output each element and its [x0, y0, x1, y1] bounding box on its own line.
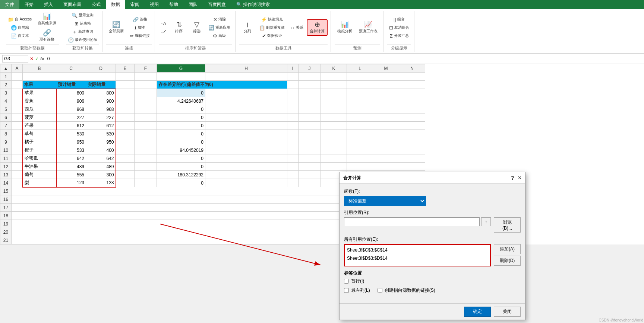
dialog-delete-btn[interactable]: 删除(D) [494, 256, 521, 266]
cell-A5[interactable] [12, 105, 23, 113]
cell-G12[interactable]: 0 [157, 163, 205, 171]
btn-ungroup[interactable]: ⊡ 取消组合 [387, 24, 411, 31]
btn-sort[interactable]: ⇅ 排序 [171, 20, 187, 35]
cell-I4[interactable] [287, 97, 299, 105]
cell-K5[interactable] [321, 105, 347, 113]
cell-B11[interactable]: 哈密瓜 [23, 154, 56, 163]
cell-I9[interactable] [287, 138, 299, 146]
ref-collapse-btn[interactable]: ↑ [481, 217, 491, 226]
tab-view[interactable]: 视图 [145, 0, 164, 9]
dialog-close-footer-btn[interactable]: 关闭 [494, 307, 521, 317]
cell-A9[interactable] [12, 138, 23, 146]
cell-K6[interactable] [321, 113, 347, 122]
btn-group[interactable]: [] 组合 [387, 16, 411, 23]
cell-A8[interactable] [12, 130, 23, 138]
col-header-G[interactable]: G [157, 64, 205, 73]
btn-scenario[interactable]: 📊 模拟分析 [335, 20, 355, 35]
btn-sort-asc[interactable]: ↑A [159, 20, 169, 27]
cell-D1[interactable] [86, 73, 116, 81]
cell-F2[interactable] [135, 81, 157, 89]
confirm-icon[interactable]: ✓ [35, 56, 39, 61]
cell-J13[interactable] [299, 171, 321, 179]
btn-recent-source[interactable]: 🕐 最近使用的源 [66, 36, 99, 44]
cell-G4[interactable]: 4.242640687 [157, 97, 205, 105]
cell-G2[interactable]: 存在差异的行(偏差值不为0) [157, 81, 287, 89]
cell-M9[interactable] [373, 138, 399, 146]
cell-H11[interactable] [205, 154, 287, 163]
cell-G11[interactable]: 0 [157, 154, 205, 163]
cell-F7[interactable] [135, 122, 157, 130]
cell-D14[interactable]: 123 [86, 179, 116, 187]
cell-E9[interactable] [116, 138, 135, 146]
cell-G8[interactable]: 0 [157, 130, 205, 138]
cell-E2[interactable] [116, 81, 135, 89]
cell-A3[interactable] [12, 89, 23, 97]
cell-C9[interactable]: 950 [56, 138, 86, 146]
allref-item-2[interactable]: Sheet3!$D$3:$D$14 [347, 255, 488, 263]
cell-J10[interactable] [299, 146, 321, 154]
cell-H13[interactable] [205, 171, 287, 179]
cell-I8[interactable] [287, 130, 299, 138]
cell-G6[interactable]: 0 [157, 113, 205, 122]
cell-L4[interactable] [347, 97, 373, 105]
cell-J3[interactable] [299, 89, 321, 97]
cell-F5[interactable] [135, 105, 157, 113]
cell-J12[interactable] [299, 163, 321, 171]
btn-show-query[interactable]: 🔍 显示查询 [66, 12, 99, 19]
cell-G3[interactable]: 0 [157, 89, 205, 97]
cell-J4[interactable] [299, 97, 321, 105]
cell-K8[interactable] [321, 130, 347, 138]
cell-D11[interactable]: 642 [86, 154, 116, 163]
btn-other-sources[interactable]: 📊 自其他来源 [35, 12, 59, 27]
btn-clear[interactable]: ✕ 清除 [206, 16, 232, 23]
btn-existing-conn[interactable]: 🔗 现有连接 [35, 28, 59, 44]
cell-I12[interactable] [287, 163, 299, 171]
tab-insert[interactable]: 插入 [39, 0, 58, 9]
cell-L6[interactable] [347, 113, 373, 122]
tab-home[interactable]: 开始 [19, 0, 39, 9]
dialog-browse-btn[interactable]: 浏览(B)... [494, 217, 521, 233]
cell-B10[interactable]: 橙子 [23, 146, 56, 154]
col-header-A[interactable]: A [12, 64, 23, 73]
cell-D6[interactable]: 227 [86, 113, 116, 122]
cell-H8[interactable] [205, 130, 287, 138]
btn-relations[interactable]: ↔ 关系 [288, 24, 305, 31]
cell-K7[interactable] [321, 122, 347, 130]
cell-F10[interactable] [135, 146, 157, 154]
cell-M2[interactable] [373, 81, 399, 89]
cell-C3[interactable]: 800 [56, 89, 86, 97]
cell-A11[interactable] [12, 154, 23, 163]
btn-refresh-all[interactable]: 🔄 全部刷新 [106, 20, 126, 35]
cell-A13[interactable] [12, 171, 23, 179]
btn-access[interactable]: 📁 自 Access [6, 16, 34, 23]
btn-dedup[interactable]: 📋 删除重复值 [257, 24, 287, 31]
col-header-C[interactable]: C [56, 64, 86, 73]
cell-F8[interactable] [135, 130, 157, 138]
cell-I11[interactable] [287, 154, 299, 163]
cell-M3[interactable] [373, 89, 399, 97]
allref-item-1[interactable]: Sheet3!$C$3:$C$14 [347, 246, 488, 255]
btn-forecast-sheet[interactable]: 📈 预测工作表 [356, 20, 380, 35]
col-header-H[interactable]: H [205, 64, 287, 73]
cell-J14[interactable] [299, 179, 321, 187]
cell-B3[interactable]: 苹果 [23, 89, 56, 97]
cell-J6[interactable] [299, 113, 321, 122]
btn-split-col[interactable]: ⫿ 分列 [239, 20, 256, 35]
cell-B2[interactable]: 水果 [23, 81, 56, 89]
cell-H6[interactable] [205, 113, 287, 122]
cell-K10[interactable] [321, 146, 347, 154]
cell-G9[interactable]: 0 [157, 138, 205, 146]
dialog-help-btn[interactable]: ? [511, 175, 514, 181]
cell-C8[interactable]: 530 [56, 130, 86, 138]
cell-H1[interactable] [205, 73, 287, 81]
cell-E4[interactable] [116, 97, 135, 105]
cell-C6[interactable]: 227 [56, 113, 86, 122]
cell-H2[interactable] [287, 81, 299, 89]
tab-formula[interactable]: 公式 [86, 0, 106, 9]
tab-help[interactable]: 帮助 [164, 0, 183, 9]
tab-layout[interactable]: 页面布局 [58, 0, 86, 9]
cell-I3[interactable] [287, 89, 299, 97]
btn-text[interactable]: 📄 自文本 [6, 32, 34, 39]
cell-G7[interactable]: 0 [157, 122, 205, 130]
tab-data[interactable]: 数据 [106, 0, 125, 9]
